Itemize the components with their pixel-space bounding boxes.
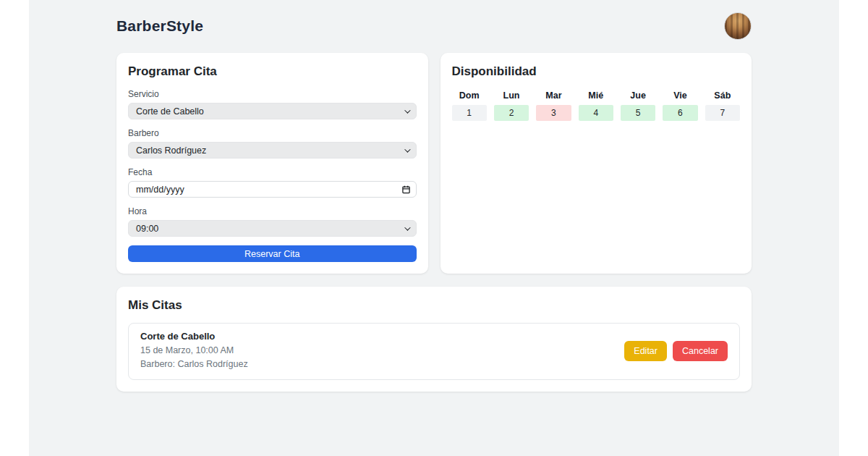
- day-header: Lun: [494, 89, 529, 101]
- reserve-button[interactable]: Reservar Cita: [128, 245, 417, 262]
- barber-label: Barbero: [128, 128, 417, 138]
- page-background: BarberStyle Programar Cita Servicio Cort…: [29, 0, 839, 456]
- user-avatar[interactable]: [724, 12, 752, 40]
- time-select-value: 09:00: [136, 224, 158, 234]
- appointments-card: Mis Citas Corte de Cabello 15 de Marzo, …: [116, 287, 752, 392]
- appointment-barber: Barbero: Carlos Rodríguez: [140, 358, 248, 371]
- day-header: Sáb: [705, 89, 740, 101]
- app-title: BarberStyle: [116, 17, 203, 35]
- day-cell[interactable]: 2: [494, 105, 529, 121]
- chevron-down-icon: [404, 146, 410, 152]
- booking-card-title: Programar Cita: [128, 64, 417, 79]
- time-select[interactable]: 09:00: [128, 220, 417, 237]
- day-header: Vie: [663, 89, 697, 101]
- availability-card: Disponibilidad Dom Lun Mar Mié Jue Vie S…: [441, 53, 752, 274]
- appointment-actions: Editar Cancelar: [624, 341, 728, 361]
- service-label: Servicio: [128, 89, 417, 99]
- day-cell[interactable]: 5: [621, 105, 655, 121]
- booking-card: Programar Cita Servicio Corte de Cabello…: [116, 53, 428, 274]
- day-header: Mié: [579, 89, 613, 101]
- date-label: Fecha: [128, 167, 417, 177]
- appointment-datetime: 15 de Marzo, 10:00 AM: [140, 344, 248, 358]
- availability-card-title: Disponibilidad: [452, 64, 741, 79]
- service-select-value: Corte de Cabello: [136, 106, 204, 117]
- calendar-icon[interactable]: [401, 185, 411, 194]
- chevron-down-icon: [404, 224, 410, 230]
- day-cell[interactable]: 4: [579, 105, 613, 121]
- header: BarberStyle: [116, 0, 752, 53]
- edit-button[interactable]: Editar: [624, 341, 667, 361]
- cards-row: Programar Cita Servicio Corte de Cabello…: [116, 53, 752, 274]
- day-cell[interactable]: 7: [705, 105, 740, 121]
- week-day-cells: 1 2 3 4 5 6 7: [452, 101, 741, 121]
- day-cell[interactable]: 3: [536, 105, 571, 121]
- barber-select[interactable]: Carlos Rodríguez: [128, 142, 417, 159]
- day-header: Dom: [452, 89, 487, 101]
- chevron-down-icon: [404, 107, 410, 113]
- date-field-wrap: [128, 181, 417, 198]
- date-input[interactable]: [128, 181, 417, 198]
- appointment-details: Corte de Cabello 15 de Marzo, 10:00 AM B…: [140, 331, 248, 372]
- week-day-headers: Dom Lun Mar Mié Jue Vie Sáb: [452, 89, 741, 101]
- day-header: Jue: [621, 89, 655, 101]
- appointments-card-title: Mis Citas: [128, 298, 740, 313]
- day-header: Mar: [536, 89, 571, 101]
- time-label: Hora: [128, 206, 417, 216]
- appointment-item: Corte de Cabello 15 de Marzo, 10:00 AM B…: [128, 323, 740, 380]
- appointment-service: Corte de Cabello: [140, 331, 248, 342]
- day-cell[interactable]: 1: [452, 105, 487, 121]
- cancel-button[interactable]: Cancelar: [673, 341, 728, 361]
- service-select[interactable]: Corte de Cabello: [128, 103, 417, 119]
- day-cell[interactable]: 6: [663, 105, 697, 121]
- barber-select-value: Carlos Rodríguez: [136, 145, 206, 156]
- content-container: BarberStyle Programar Cita Servicio Cort…: [116, 0, 752, 392]
